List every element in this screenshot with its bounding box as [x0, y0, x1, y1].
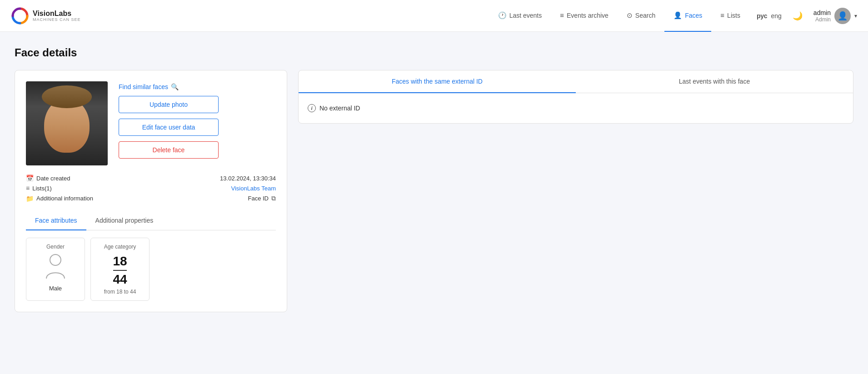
tab-last-events-face[interactable]: Last events with this face: [576, 70, 853, 93]
meta-row-lists: ≡ Lists(1) VisionLabs Team: [26, 185, 276, 192]
nav-item-search[interactable]: ⊙ Search: [618, 0, 664, 32]
face-art-placeholder: [26, 81, 108, 165]
delete-face-button[interactable]: Delete face: [119, 141, 219, 159]
meta-row-additional: 📁 Additional information Face ID ⧉: [26, 194, 276, 202]
nav-item-events-archive[interactable]: ≡ Events archive: [551, 0, 618, 32]
svg-point-1: [50, 254, 61, 265]
gender-card: Gender Male: [26, 238, 85, 301]
gender-value: Male: [34, 285, 77, 292]
face-actions: Find similar faces 🔍 Update photo Edit f…: [119, 81, 219, 165]
age-separator: [113, 270, 127, 271]
nav-label-last-events: Last events: [509, 12, 542, 19]
meta-info: 📅 Date created 13.02.2024, 13:30:34 ≡ Li…: [26, 175, 276, 202]
logo-text: VisionLabs MACHINES CAN SEE: [33, 10, 81, 22]
right-panel: Faces with the same external ID Last eve…: [298, 70, 853, 124]
nav-label-search: Search: [635, 12, 655, 19]
logo-tagline: MACHINES CAN SEE: [33, 17, 81, 22]
nav-label-faces: Faces: [685, 12, 702, 19]
main-nav: 🕐 Last events ≡ Events archive ⊙ Search …: [489, 0, 749, 32]
info-icon: i: [308, 104, 316, 112]
list-icon: ≡: [26, 185, 30, 192]
search-icon: 🔍: [171, 83, 179, 90]
copy-icon[interactable]: ⧉: [271, 194, 276, 202]
nav-item-faces[interactable]: 👤 Faces: [664, 0, 711, 32]
svg-point-0: [11, 7, 29, 25]
age-range: from 18 to 44: [98, 289, 142, 295]
age-title: Age category: [98, 244, 142, 250]
content-layout: Find similar faces 🔍 Update photo Edit f…: [15, 70, 853, 312]
list-icon: ≡: [560, 11, 564, 19]
nav-label-lists: Lists: [727, 12, 740, 19]
logo-icon: [11, 7, 29, 25]
face-photo: [26, 81, 108, 165]
find-similar-button[interactable]: Find similar faces 🔍: [119, 83, 219, 90]
face-id-value: Face ID ⧉: [248, 194, 276, 202]
tab-face-attributes[interactable]: Face attributes: [26, 211, 86, 230]
nav-item-last-events[interactable]: 🕐 Last events: [489, 0, 551, 32]
faces-icon: 👤: [673, 11, 682, 20]
edit-face-button[interactable]: Edit face user data: [119, 119, 219, 136]
left-panel: Find similar faces 🔍 Update photo Edit f…: [15, 70, 287, 312]
chevron-down-icon: ▾: [854, 13, 857, 19]
date-created-value: 13.02.2024, 13:30:34: [220, 175, 276, 182]
search-icon: ⊙: [627, 11, 633, 20]
meta-row-date: 📅 Date created 13.02.2024, 13:30:34: [26, 175, 276, 182]
user-name: admin: [813, 9, 831, 16]
folder-icon: 📁: [26, 195, 34, 202]
no-external-id-message: i No external ID: [299, 93, 853, 123]
left-panel-tabs: Face attributes Additional properties: [26, 211, 276, 230]
update-photo-button[interactable]: Update photo: [119, 96, 219, 113]
logo-name: VisionLabs: [33, 10, 81, 18]
right-panel-tabs: Faces with the same external ID Last eve…: [299, 70, 853, 93]
lists-icon: ≡: [720, 11, 724, 19]
gender-icon: [34, 254, 77, 282]
age-max: 44: [113, 272, 127, 287]
tab-same-external-id[interactable]: Faces with the same external ID: [299, 70, 576, 93]
find-similar-label: Find similar faces: [119, 83, 168, 90]
no-external-id-text: No external ID: [319, 105, 360, 112]
lists-value[interactable]: VisionLabs Team: [231, 185, 276, 192]
logo-area: VisionLabs MACHINES CAN SEE: [11, 7, 81, 25]
gender-title: Gender: [34, 244, 77, 250]
lang-eng[interactable]: eng: [771, 12, 782, 20]
date-created-label: 📅 Date created: [26, 175, 70, 182]
user-menu[interactable]: admin Admin 👤 ▾: [806, 8, 857, 24]
lang-rus[interactable]: рус: [757, 12, 768, 20]
age-min: 18: [113, 254, 127, 269]
additional-info-label: 📁 Additional information: [26, 195, 93, 202]
user-info: admin Admin: [813, 9, 831, 23]
page-title: Face details: [15, 46, 853, 59]
face-top: Find similar faces 🔍 Update photo Edit f…: [26, 81, 276, 165]
person-silhouette-icon: [44, 254, 67, 281]
age-card: Age category 18 44 from 18 to 44: [90, 238, 150, 301]
dark-mode-toggle[interactable]: 🌙: [789, 11, 806, 21]
main-content: Face details Find similar faces 🔍 Update…: [0, 32, 868, 327]
header: VisionLabs MACHINES CAN SEE 🕐 Last event…: [0, 0, 868, 32]
language-switcher: рус eng: [749, 12, 789, 20]
face-attributes-grid: Gender Male Age category 18: [26, 238, 276, 301]
avatar: 👤: [834, 8, 851, 24]
lists-label: ≡ Lists(1): [26, 185, 52, 192]
tab-additional-properties[interactable]: Additional properties: [86, 211, 163, 230]
avatar-icon: 👤: [838, 11, 848, 21]
age-display: 18 44: [98, 254, 142, 287]
clock-icon: 🕐: [498, 11, 507, 20]
nav-item-lists[interactable]: ≡ Lists: [711, 0, 749, 32]
nav-label-events-archive: Events archive: [567, 12, 609, 19]
user-role: Admin: [813, 16, 831, 23]
calendar-icon: 📅: [26, 175, 34, 182]
